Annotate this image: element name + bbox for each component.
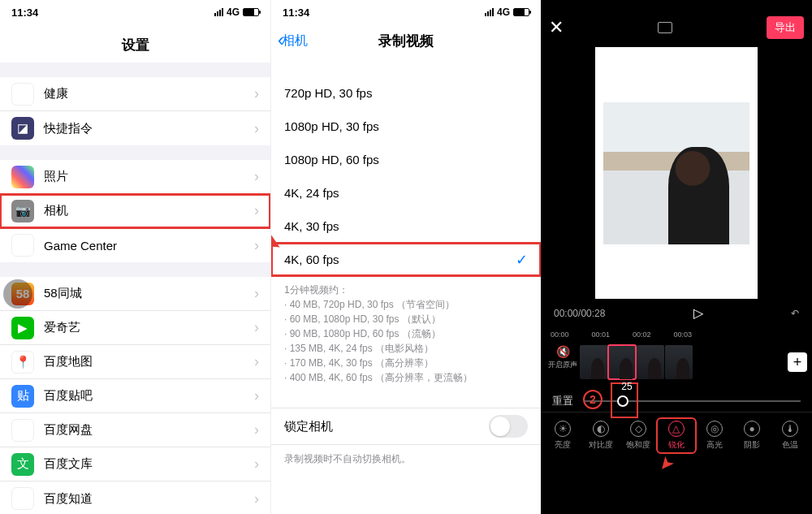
reset-button[interactable]: 重置 — [552, 394, 573, 408]
row-label: 快捷指令 — [44, 121, 254, 136]
timeline-clips[interactable] — [580, 345, 784, 379]
export-button[interactable]: 导出 — [767, 16, 804, 39]
record-video-panel: 11:34 4G ‹相机 录制视频 ➤ 720p HD, 30 fps1080p… — [270, 0, 541, 514]
ruler-tick: 00:01 — [592, 330, 611, 339]
app-icon: 知 — [11, 487, 34, 510]
settings-camera[interactable]: 📷相机› — [0, 194, 270, 228]
clip-thumb[interactable] — [580, 345, 607, 379]
row-label: 爱奇艺 — [44, 320, 254, 335]
chevron-right-icon: › — [254, 202, 259, 219]
row-label: 健康 — [44, 86, 254, 102]
clip-thumb[interactable] — [608, 345, 636, 379]
adjust-brightness[interactable]: ☀亮度 — [546, 421, 580, 451]
value-slider[interactable]: 25 — [585, 400, 801, 402]
app-icon: 📷 — [11, 200, 34, 222]
row-label: 照片 — [44, 169, 254, 184]
settings-health[interactable]: ♥健康› — [0, 77, 270, 111]
adjust-label: 高光 — [706, 439, 723, 451]
note-line: · 135 MB, 4K, 24 fps （电影风格） — [284, 341, 528, 356]
fullscreen-icon[interactable] — [658, 22, 672, 33]
adjust-label: 饱和度 — [626, 439, 650, 451]
app-icon: ◪ — [11, 117, 34, 140]
app-icon: ♥ — [11, 83, 34, 106]
settings-photos[interactable]: 照片› — [0, 160, 270, 194]
chevron-right-icon: › — [254, 456, 259, 473]
battery-icon — [243, 8, 259, 16]
app-baidu-zhidao[interactable]: 知百度知道› — [0, 482, 270, 514]
option-label: 1080p HD, 60 fps — [284, 153, 379, 166]
mute-toggle[interactable]: 🔇开启原声 — [546, 345, 580, 370]
row-label: 58同城 — [44, 286, 254, 301]
speaker-off-icon: 🔇 — [556, 345, 570, 358]
adjust-contrast[interactable]: ◐对比度 — [584, 421, 618, 451]
adjust-icon: △ — [668, 421, 685, 437]
lock-camera-toggle[interactable] — [489, 415, 528, 438]
format-option[interactable]: 1080p HD, 30 fps — [271, 110, 541, 143]
option-label: 4K, 24 fps — [284, 186, 339, 200]
note-line: · 60 MB, 1080p HD, 30 fps （默认） — [284, 312, 528, 326]
settings-panel: 11:34 4G 设置 ♥健康›◪快捷指令›照片›📷相机›◉Game Cente… — [0, 0, 270, 514]
adjust-icon: 🌡 — [782, 421, 798, 437]
row-label: Game Center — [44, 239, 254, 253]
app-58[interactable]: 5858同城› — [0, 277, 270, 311]
slider-value: 25 — [621, 381, 632, 392]
note-line: · 90 MB, 1080p HD, 60 fps （流畅） — [284, 326, 528, 341]
row-label: 百度网盘 — [44, 422, 254, 438]
ruler-tick: 00:02 — [633, 330, 651, 339]
adjust-label: 亮度 — [555, 439, 571, 451]
format-option[interactable]: 720p HD, 30 fps — [271, 76, 541, 110]
slider-knob[interactable] — [617, 395, 628, 407]
clip-thumb[interactable] — [665, 345, 693, 379]
signal-icon — [214, 8, 223, 16]
adjust-icon: ◎ — [706, 421, 723, 437]
chevron-right-icon: › — [254, 387, 259, 404]
format-option[interactable]: 4K, 24 fps — [271, 176, 541, 209]
play-button[interactable]: ▷ — [693, 305, 703, 321]
preview-canvas — [595, 47, 758, 299]
app-baidu-tieba[interactable]: 贴百度贴吧› — [0, 379, 270, 413]
adjust-temperature[interactable]: 🌡色温 — [773, 421, 807, 451]
checkmark-icon: ✓ — [516, 251, 528, 269]
format-option[interactable]: 4K, 30 fps — [271, 209, 541, 243]
app-baidu-wenku[interactable]: 文百度文库› — [0, 447, 270, 482]
row-label: 相机 — [44, 203, 254, 218]
app-baidu-pan[interactable]: ☁百度网盘› — [0, 413, 270, 447]
option-label: 720p HD, 30 fps — [284, 86, 372, 100]
app-icon: ☁ — [11, 419, 34, 442]
adjust-label: 锐化 — [668, 439, 685, 451]
add-clip-button[interactable]: + — [788, 352, 807, 372]
network-label: 4G — [227, 6, 240, 18]
close-button[interactable]: ✕ — [549, 17, 564, 38]
signal-icon — [485, 8, 494, 16]
adjust-label: 对比度 — [589, 439, 613, 451]
chevron-right-icon: › — [254, 421, 259, 438]
option-label: 4K, 60 fps — [284, 253, 339, 266]
undo-button[interactable]: ↶ — [791, 308, 799, 319]
app-icon: 文 — [11, 453, 34, 476]
timeline-ruler: 00:0000:0100:0200:03 — [541, 327, 812, 342]
network-label: 4G — [497, 6, 510, 18]
chevron-right-icon: › — [254, 120, 259, 137]
note-line: · 400 MB, 4K, 60 fps （高分辨率，更流畅） — [284, 370, 528, 385]
settings-gamecenter[interactable]: ◉Game Center› — [0, 228, 270, 262]
adjust-shadows[interactable]: ●阴影 — [735, 421, 769, 451]
format-option[interactable]: 4K, 60 fps✓ — [271, 243, 541, 276]
app-icon: ▶ — [11, 317, 34, 339]
note-line: · 170 MB, 4K, 30 fps （高分辨率） — [284, 356, 528, 370]
back-button[interactable]: ‹相机 — [271, 30, 308, 51]
format-option[interactable]: 1080p HD, 60 fps — [271, 143, 541, 176]
adjust-saturation[interactable]: ◇饱和度 — [621, 421, 655, 451]
status-time: 11:34 — [11, 6, 38, 19]
clip-thumb[interactable] — [637, 345, 664, 379]
settings-shortcuts[interactable]: ◪快捷指令› — [0, 111, 270, 145]
adjust-sharpen[interactable]: △锐化 — [659, 421, 693, 451]
ruler-tick: 00:00 — [551, 330, 569, 339]
page-title: 录制视频 — [271, 32, 541, 50]
adjust-icon: ● — [744, 421, 760, 437]
app-baidu-map[interactable]: 📍百度地图› — [0, 345, 270, 379]
app-iqiyi[interactable]: ▶爱奇艺› — [0, 311, 270, 345]
row-label: 百度地图 — [44, 354, 254, 369]
format-notes: 1分钟视频约： · 40 MB, 720p HD, 30 fps （节省空间）·… — [271, 276, 541, 385]
adjust-highlights[interactable]: ◎高光 — [698, 421, 732, 451]
row-label: 百度知道 — [44, 491, 254, 507]
